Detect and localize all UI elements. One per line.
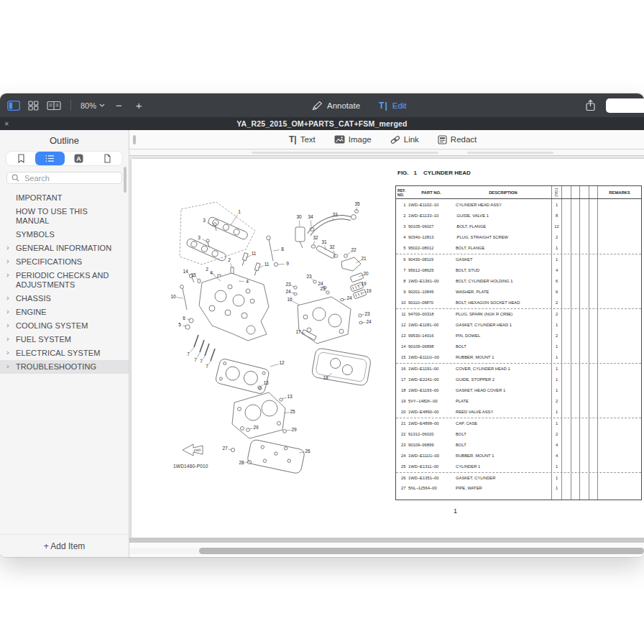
sidebar-item-periodic-checks-and-adjustments[interactable]: ›PERIODIC CHECKS AND ADJUSTMENTS: [0, 269, 129, 292]
sidebar-item-engine[interactable]: ›ENGINE: [0, 305, 129, 319]
annotate-button[interactable]: Annotate: [312, 101, 360, 111]
sidebar-item-important[interactable]: IMPORTANT: [0, 191, 129, 205]
sidebar-search[interactable]: [6, 172, 122, 184]
cell-empty: [571, 385, 580, 395]
cell-part-no: 1WD–E1133–10: [408, 210, 455, 221]
cell-empty: [561, 199, 571, 210]
pdf-page: FIG. 1 CYLINDER HEAD: [132, 159, 644, 538]
cell-description: PIPE, WATER: [455, 483, 551, 494]
chevron-right-icon[interactable]: ›: [6, 362, 9, 371]
table-row: 1090110–06870BOLT, HEXAGON SOCKET HEAD2: [396, 298, 641, 308]
tab-pages[interactable]: [93, 152, 122, 165]
callout-number: 18: [323, 375, 328, 380]
cell-remarks: [597, 395, 641, 406]
toolbar-search-field[interactable]: [606, 98, 644, 113]
cell-description: BOLT, CYLINDER HOLDING 1: [455, 275, 551, 286]
callout-number: 34: [308, 214, 313, 219]
cell-quantity: 1: [551, 385, 561, 395]
sidebar-item-fuel-system[interactable]: ›FUEL SYSTEM: [0, 333, 129, 346]
header-part-no: PART NO.: [408, 186, 455, 198]
edit-tool-redact[interactable]: Redact: [438, 135, 477, 144]
sidebar-toggle-icon[interactable]: [7, 101, 20, 111]
zoom-out-button[interactable]: −: [113, 100, 125, 111]
chevron-right-icon[interactable]: ›: [6, 293, 9, 303]
callout-number: 6: [183, 316, 185, 321]
link-tool-label: Link: [404, 135, 419, 144]
cell-part-no: 95022–08012: [408, 243, 455, 254]
content-area: T| Text Image Link Redact: [129, 130, 644, 557]
table-row: 1194700–00318PLUG, SPARK (NGK R CR9E)2: [396, 308, 641, 319]
cell-empty: [561, 221, 571, 231]
panel-resize-handle[interactable]: [133, 135, 136, 144]
chevron-right-icon[interactable]: ›: [6, 321, 9, 330]
cell-quantity: 1: [551, 418, 561, 428]
close-tab-button[interactable]: ×: [4, 118, 9, 129]
callout-number: 25: [290, 409, 295, 414]
cell-empty: [571, 461, 580, 472]
callout-number: 29: [253, 425, 259, 430]
edit-tool-link[interactable]: Link: [390, 135, 419, 144]
sidebar-item-general-information[interactable]: ›GENERAL INFORMATION: [0, 242, 129, 255]
chevron-right-icon[interactable]: ›: [6, 307, 9, 316]
tab-bookmarks[interactable]: [6, 152, 35, 165]
add-item-button[interactable]: + Add Item: [0, 534, 129, 557]
document-tab-title[interactable]: YA_R25_2015_OM+PARTS_CAT+FSM_merged: [236, 119, 407, 128]
cell-empty: [579, 428, 589, 439]
sidebar-item-electrical-system[interactable]: ›ELECTRICAL SYSTEM: [0, 346, 129, 360]
zoom-in-button[interactable]: +: [133, 100, 145, 111]
cell-remarks: [597, 298, 641, 308]
cell-empty: [571, 221, 580, 231]
table-row: 2291312–06020BOLT2: [396, 428, 641, 439]
chevron-right-icon[interactable]: ›: [6, 334, 9, 344]
cell-empty: [561, 428, 571, 439]
sidebar-item-cooling-system[interactable]: ›COOLING SYSTEM: [0, 319, 129, 333]
callout-number: 30: [296, 214, 302, 219]
cell-empty: [571, 352, 580, 363]
sidebar-item-symbols[interactable]: SYMBOLS: [0, 228, 129, 242]
sidebar-item-troubleshooting[interactable]: ›TROUBLESHOOTING: [0, 360, 129, 374]
sidebar-item-specifications[interactable]: ›SPECIFICATIONS: [0, 255, 129, 269]
table-row: 151WD–E111G–00RUBBER, MOUNT 11: [396, 352, 641, 363]
callout-leader-line: [346, 252, 351, 255]
table-row: 241WD–E111G–00RUBBER, MOUNT 14: [396, 450, 641, 461]
callout-number: 10: [170, 294, 176, 299]
chevron-right-icon[interactable]: ›: [6, 257, 9, 266]
pen-icon: [312, 101, 323, 111]
table-row: 21WD–E1133–10.GUIDE, VALVE 18: [396, 210, 641, 221]
chevron-right-icon[interactable]: ›: [6, 348, 9, 357]
cell-part-no: 1WD–E1102–10: [408, 199, 455, 210]
callout-number: 1: [238, 209, 241, 214]
sidebar-item-chassis[interactable]: ›CHASSIS: [0, 292, 129, 305]
tab-outline[interactable]: [35, 152, 64, 165]
cell-description: BOLT: [455, 439, 551, 450]
horizontal-scrollbar-thumb[interactable]: [199, 548, 644, 554]
sidebar-scrollbar-thumb[interactable]: [124, 167, 126, 193]
sidebar-item-how-to-use-this-manual[interactable]: HOW TO USE THIS MANUAL: [0, 205, 129, 228]
two-page-view-icon[interactable]: [47, 101, 61, 111]
sidebar-item-label: CHASSIS: [16, 294, 51, 303]
callout-leader-line: [190, 346, 195, 352]
sidebar-search-input[interactable]: [23, 173, 109, 183]
edit-button[interactable]: T| Edit: [379, 101, 407, 111]
cell-empty: [561, 385, 571, 395]
edit-tool-image[interactable]: Image: [334, 135, 372, 144]
edit-tool-text[interactable]: T| Text: [289, 134, 316, 144]
cell-description: BOLT, HEXAGON SOCKET HEAD: [455, 298, 551, 308]
callout-leader-line: [293, 301, 299, 305]
cell-part-no: 90110–06870: [408, 298, 455, 308]
cell-quantity: 4: [551, 439, 561, 450]
zoom-level-dropdown[interactable]: 80%: [80, 101, 105, 110]
share-button[interactable]: [585, 99, 596, 111]
tab-annotations[interactable]: A: [65, 152, 93, 165]
cell-quantity: 1: [551, 352, 561, 363]
image-tool-label: Image: [349, 135, 372, 144]
callout-number: 7: [187, 351, 190, 356]
callout-number: 31: [321, 239, 327, 244]
chevron-right-icon[interactable]: ›: [6, 243, 9, 252]
cell-empty: [579, 243, 589, 254]
pdf-app-window: 80% − + Annotate T| Edit × YA_R25_20: [0, 93, 644, 557]
thumbnail-grid-icon[interactable]: [28, 101, 39, 111]
cell-empty: [571, 439, 580, 450]
cell-part-no: 90201–10845: [408, 287, 455, 298]
chevron-right-icon[interactable]: ›: [6, 270, 9, 280]
